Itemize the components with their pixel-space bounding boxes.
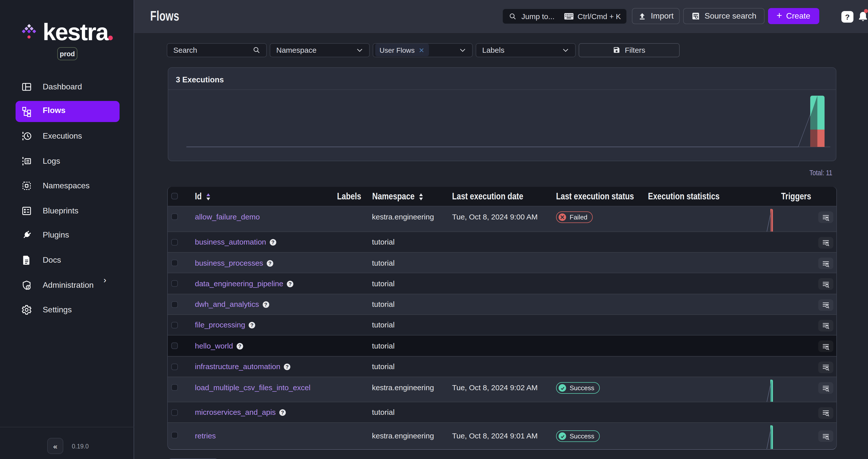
svg-text:kestra: kestra: [43, 21, 109, 43]
